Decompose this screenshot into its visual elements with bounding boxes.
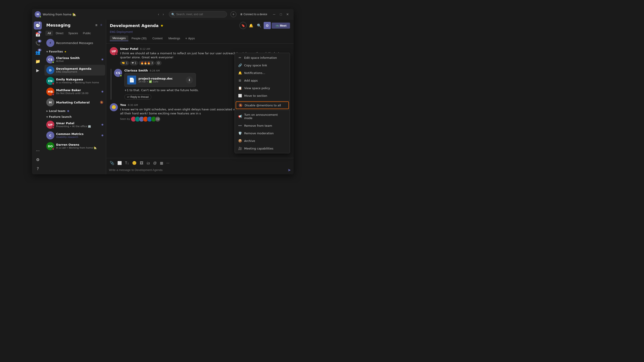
clarissa-avatar: CS bbox=[46, 55, 54, 63]
nav-files[interactable]: 📁 bbox=[34, 57, 42, 65]
darren-info: Darren Owens In a call • Working from ho… bbox=[56, 143, 103, 149]
nav-apps[interactable]: ▶ bbox=[34, 66, 42, 74]
menu-disable-mentions[interactable]: 🔕 Disable @mentions to all bbox=[236, 101, 289, 109]
menu-edit-space[interactable]: ✏️ Edit space information bbox=[235, 54, 290, 61]
feature-launch-section-header[interactable]: ▼ Feature launch bbox=[44, 113, 105, 119]
reaction-heart[interactable]: ❤️ 1 bbox=[130, 61, 138, 65]
sidebar-item-common-metrics[interactable]: C Common Metrics Usability research bbox=[44, 130, 105, 141]
close-button[interactable]: ✕ bbox=[284, 11, 291, 18]
menu-archive[interactable]: 📦 Archive bbox=[235, 137, 290, 145]
nav-settings[interactable]: ⚙ bbox=[34, 156, 42, 164]
menu-announcement[interactable]: 📢 Turn on announcement mode bbox=[235, 111, 290, 122]
menu-view-policy[interactable]: 📋 View space policy bbox=[235, 84, 290, 92]
seen-by-label: Seen by bbox=[120, 117, 130, 120]
darren-presence bbox=[52, 148, 54, 150]
nav-people[interactable]: 👥 1 bbox=[34, 48, 42, 56]
chat-header: Development Agenda ★ 🔖 🔔 🔍 ⚙ 📹 Meet bbox=[106, 20, 294, 43]
forward-button[interactable]: › bbox=[162, 11, 165, 17]
tab-content[interactable]: Content bbox=[150, 36, 165, 41]
darren-initials: DO bbox=[48, 145, 53, 148]
reaction-fist[interactable]: 🤜 1 bbox=[120, 61, 129, 65]
sidebar-item-emily[interactable]: EN Emily Nakagawa In a meeting • Working… bbox=[44, 75, 105, 86]
nav-help[interactable]: ? bbox=[34, 164, 42, 173]
matthew-info: Matthew Baker Do Not Disturb until 16:00 bbox=[56, 88, 100, 95]
meet-button[interactable]: 📹 Meet bbox=[272, 22, 290, 28]
nav-calls[interactable]: 📞 1 bbox=[34, 39, 42, 47]
menu-remove-moderation[interactable]: 🛡️ Remove moderation bbox=[235, 129, 290, 137]
sidebar-filter-button[interactable]: ≡ bbox=[94, 22, 98, 28]
minimize-button[interactable]: ─ bbox=[271, 11, 278, 18]
tab-direct[interactable]: Direct bbox=[54, 31, 66, 36]
maximize-button[interactable]: □ bbox=[278, 11, 284, 18]
local-team-section-header[interactable]: ▼ Local team bbox=[44, 108, 105, 113]
file-attachment[interactable]: 📄 project-roadmap.doc 24 KB • ✅ Safe bbox=[124, 73, 196, 87]
clarissa-name: Clarissa Smith bbox=[56, 56, 100, 60]
chat-star-icon[interactable]: ★ bbox=[160, 23, 164, 28]
menu-notifications[interactable]: 🔔 Notifications... bbox=[235, 69, 290, 77]
send-button[interactable]: ➤ bbox=[288, 168, 291, 173]
text-format-button[interactable]: T↓ bbox=[124, 160, 130, 166]
matthew-avatar: MB bbox=[46, 88, 54, 96]
sidebar-item-matthew[interactable]: MB Matthew Baker Do Not Disturb until 16… bbox=[44, 86, 105, 97]
sidebar-item-darren[interactable]: DO Darren Owens In a call • Working from… bbox=[44, 141, 105, 151]
feature-launch-chevron: ▼ bbox=[46, 116, 48, 118]
loop-button[interactable]: @ bbox=[152, 160, 158, 166]
sidebar-item-marketing[interactable]: M Marketing Collateral 🔕 bbox=[44, 97, 105, 108]
menu-remove-team[interactable]: ➖ Remove from team bbox=[235, 122, 290, 129]
search-chat-button[interactable]: 🔍 bbox=[256, 22, 263, 29]
nav-chat[interactable]: 💬 5 bbox=[34, 21, 42, 29]
tab-meetings[interactable]: Meetings bbox=[166, 36, 183, 41]
common-metrics-name: Common Metrics bbox=[56, 132, 100, 136]
back-button[interactable]: ‹ bbox=[156, 11, 160, 17]
archive-icon: 📦 bbox=[238, 139, 242, 143]
files-icon: 📁 bbox=[35, 59, 40, 64]
attach-button[interactable]: 📎 bbox=[109, 160, 115, 166]
tab-all[interactable]: All bbox=[46, 31, 53, 36]
sidebar-item-umar[interactable]: UP Umar Patel Presenting • At the office… bbox=[44, 119, 105, 130]
local-team-badge bbox=[67, 110, 69, 112]
gif-button[interactable]: 🖼 bbox=[139, 160, 144, 166]
save-bookmark-button[interactable]: 🔖 bbox=[240, 22, 247, 29]
seen-avatars: +2 bbox=[131, 116, 160, 122]
marketing-avatar: M bbox=[46, 98, 54, 106]
sidebar-item-dev-agenda[interactable]: D Development Agenda ENG Deployment bbox=[44, 65, 105, 75]
format-button[interactable]: ⬜ bbox=[116, 160, 123, 166]
stream-button[interactable]: ▦ bbox=[159, 160, 164, 166]
more-options-button[interactable]: ··· bbox=[166, 160, 170, 166]
tab-public[interactable]: Public bbox=[81, 31, 93, 36]
message-input[interactable] bbox=[109, 167, 288, 173]
emoji-button[interactable]: 😊 bbox=[131, 160, 138, 166]
tab-people[interactable]: People (30) bbox=[129, 36, 149, 41]
reply-thread-button[interactable]: ↩ Reply to thread bbox=[124, 94, 152, 100]
file-download-button[interactable]: ⬇ bbox=[186, 76, 193, 84]
favorites-section-header[interactable]: ▼ Favorites ★ bbox=[44, 48, 105, 54]
matthew-sub: Do Not Disturb until 16:00 bbox=[56, 92, 100, 95]
menu-meeting-cap[interactable]: 🎥 Meeting capabilities bbox=[235, 145, 290, 152]
settings-button[interactable]: ⚙ bbox=[264, 22, 271, 29]
sticker-button[interactable]: 🗂 bbox=[146, 160, 151, 166]
tab-messages[interactable]: Messages bbox=[110, 35, 128, 41]
menu-copy-link[interactable]: 🔗 Copy space link bbox=[235, 61, 290, 69]
move-icon: ⬜ bbox=[238, 94, 242, 97]
reaction-fire[interactable]: 🔥🔥🔥 3 bbox=[139, 61, 154, 65]
meet-icon: 📹 bbox=[275, 24, 279, 27]
sidebar-compose-button[interactable]: + bbox=[99, 22, 103, 28]
menu-move-section[interactable]: ⬜ Move to section bbox=[235, 92, 290, 99]
file-meta: 24 KB • ✅ Safe bbox=[138, 80, 184, 83]
recommended-messages[interactable]: ⚡ Recommended Messages bbox=[44, 37, 105, 48]
search-bar[interactable]: 🔍 bbox=[169, 11, 227, 17]
nav-more[interactable]: ··· bbox=[34, 147, 42, 155]
add-apps-tab[interactable]: + Apps bbox=[183, 36, 197, 41]
menu-add-apps[interactable]: ⊞ Add apps bbox=[235, 77, 290, 84]
add-button[interactable]: + bbox=[230, 11, 236, 17]
search-input[interactable] bbox=[176, 13, 224, 16]
connect-device-button[interactable]: 🖥 Connect to a device bbox=[238, 12, 269, 17]
notifications-button[interactable]: 🔔 bbox=[248, 22, 255, 29]
reaction-smile[interactable]: 😊 bbox=[156, 61, 162, 65]
sidebar-item-clarissa[interactable]: CS Clarissa Smith Active bbox=[44, 54, 105, 65]
chat-subtitle[interactable]: ENG Deployment bbox=[110, 29, 290, 34]
nav-calendar[interactable]: 📅 1 bbox=[34, 30, 42, 38]
tab-spaces[interactable]: Spaces bbox=[66, 31, 80, 36]
user-avatar[interactable]: M bbox=[35, 11, 41, 17]
common-metrics-initials: C bbox=[49, 134, 52, 137]
